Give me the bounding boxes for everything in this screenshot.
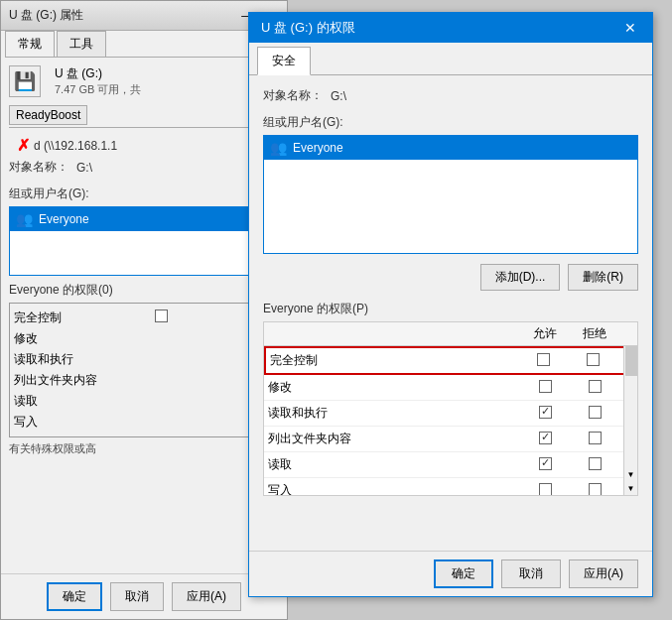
scroll-down2-icon[interactable]: ▼ bbox=[624, 481, 637, 495]
user-action-buttons: 添加(D)... 删除(R) bbox=[263, 264, 638, 291]
perms-section-label: Everyone 的权限(P) bbox=[263, 301, 638, 317]
bg-perm-name-3: 列出文件夹内容 bbox=[14, 372, 97, 389]
perm-deny-check-1[interactable] bbox=[589, 380, 602, 393]
perm-row-listfolder: 列出文件夹内容 bbox=[264, 427, 637, 452]
perm-row-readexecute: 读取和执行 bbox=[264, 401, 637, 427]
bg-everyone-item[interactable]: 👥 Everyone bbox=[10, 207, 278, 231]
perm-deny-check-4[interactable] bbox=[589, 457, 602, 470]
add-button[interactable]: 添加(D)... bbox=[480, 264, 561, 291]
perms-header: 允许 拒绝 bbox=[264, 322, 637, 346]
perms-col-name bbox=[268, 325, 520, 342]
remove-button[interactable]: 删除(R) bbox=[568, 264, 638, 291]
perm-name-0: 完全控制 bbox=[270, 352, 518, 369]
perms-scrollbar[interactable]: ▼ ▼ bbox=[623, 346, 637, 495]
dialog-everyone-label: Everyone bbox=[293, 141, 343, 155]
dialog-title: U 盘 (G:) 的权限 bbox=[261, 19, 620, 37]
bg-perm-row-1: 修改 bbox=[14, 328, 274, 349]
disk-name: U 盘 (G:) bbox=[55, 65, 141, 82]
bg-window-title: U 盘 (G:) 属性 bbox=[9, 7, 241, 24]
perm-allow-check-0[interactable] bbox=[537, 353, 550, 366]
bg-perm-check-0[interactable] bbox=[155, 310, 168, 322]
bg-apply-button[interactable]: 应用(A) bbox=[172, 582, 241, 611]
perm-allow-check-3[interactable] bbox=[539, 432, 552, 444]
perm-row-modify: 修改 bbox=[264, 375, 637, 401]
dialog-bottom-buttons: 确定 取消 应用(A) bbox=[249, 551, 652, 596]
perm-allow-check-2[interactable] bbox=[539, 406, 552, 419]
perm-deny-check-2[interactable] bbox=[589, 406, 602, 419]
object-value: G:\ bbox=[76, 161, 92, 175]
dialog-titlebar: U 盘 (G:) 的权限 ✕ bbox=[249, 13, 652, 43]
perms-col-deny: 拒绝 bbox=[570, 325, 619, 342]
perm-deny-check-3[interactable] bbox=[589, 432, 602, 444]
perm-name-5: 写入 bbox=[268, 482, 520, 495]
dialog-everyone-icon: 👥 bbox=[270, 140, 287, 156]
perm-name-1: 修改 bbox=[268, 379, 520, 396]
scroll-down-icon[interactable]: ▼ bbox=[624, 467, 637, 481]
bg-perm-row-0: 完全控制 bbox=[14, 308, 274, 328]
perm-row-read: 读取 bbox=[264, 452, 637, 478]
dialog-object-field: 对象名称： G:\ bbox=[263, 87, 638, 104]
disk-icon: 💾 bbox=[9, 65, 41, 97]
bg-tabs: 常规 工具 bbox=[5, 31, 283, 58]
bg-perm-name-4: 读取 bbox=[14, 393, 38, 410]
dialog-object-value: G:\ bbox=[331, 89, 346, 103]
perm-name-2: 读取和执行 bbox=[268, 405, 520, 422]
bg-perm-row-4: 读取 bbox=[14, 391, 274, 412]
perm-allow-check-4[interactable] bbox=[539, 457, 552, 470]
object-field: 对象名称： G:\ bbox=[9, 159, 279, 176]
network-error-icon: ✗ bbox=[17, 136, 30, 155]
dialog-ok-button[interactable]: 确定 bbox=[434, 559, 493, 588]
perms-scrollbar-thumb[interactable] bbox=[625, 346, 637, 376]
network-label: d (\\192.168.1.1 bbox=[34, 139, 117, 153]
perms-col-allow: 允许 bbox=[520, 325, 570, 342]
bg-permissions-box: 完全控制 修改 读取和执行 列出文件夹内容 读取 写入 bbox=[9, 303, 279, 437]
perm-deny-0[interactable] bbox=[568, 353, 617, 369]
perm-row-write: 写入 bbox=[264, 478, 637, 495]
network-item: ✗ d (\\192.168.1.1 bbox=[9, 132, 279, 159]
perm-row-fullcontrol: 完全控制 bbox=[264, 346, 637, 375]
everyone-label: Everyone bbox=[39, 212, 89, 226]
dialog-cancel-button[interactable]: 取消 bbox=[501, 559, 561, 588]
bg-perm-row-2: 读取和执行 bbox=[14, 349, 274, 370]
bg-perm-name-2: 读取和执行 bbox=[14, 351, 73, 368]
disk-space: 7.47 GB 可用，共 bbox=[55, 82, 141, 97]
main-permissions-dialog: U 盘 (G:) 的权限 ✕ 安全 对象名称： G:\ 组或用户名(G): 👥 … bbox=[248, 12, 653, 597]
bg-perm-name-1: 修改 bbox=[14, 330, 38, 347]
bg-perm-name-5: 写入 bbox=[14, 414, 38, 431]
perm-deny-check-0[interactable] bbox=[587, 353, 600, 366]
dialog-everyone-item[interactable]: 👥 Everyone bbox=[264, 136, 637, 160]
group-label: 组或用户名(G): bbox=[9, 186, 279, 202]
perm-allow-check-1[interactable] bbox=[539, 380, 552, 393]
bg-ok-button[interactable]: 确定 bbox=[47, 582, 102, 611]
dialog-content: 对象名称： G:\ 组或用户名(G): 👥 Everyone 添加(D)... … bbox=[249, 75, 652, 508]
dialog-group-label: 组或用户名(G): bbox=[263, 114, 638, 131]
bg-properties-window: U 盘 (G:) 属性 ─ □ ✕ 常规 工具 💾 U 盘 (G:) 7.47 … bbox=[0, 0, 288, 620]
bg-note: 有关特殊权限或高 bbox=[9, 441, 279, 456]
perm-name-4: 读取 bbox=[268, 456, 520, 473]
dialog-tabs: 安全 bbox=[249, 47, 652, 75]
perm-deny-check-5[interactable] bbox=[589, 483, 602, 496]
bg-titlebar: U 盘 (G:) 属性 ─ □ ✕ bbox=[1, 1, 287, 31]
perms-label-text: Everyone 的权限(P) bbox=[263, 302, 368, 315]
dialog-user-list[interactable]: 👥 Everyone bbox=[263, 135, 638, 254]
dialog-object-label: 对象名称： bbox=[263, 87, 323, 104]
bg-content: 💾 U 盘 (G:) 7.47 GB 可用，共 ReadyBoost ✗ d (… bbox=[1, 58, 287, 468]
everyone-icon: 👥 bbox=[16, 211, 33, 227]
bg-perms-label: Everyone 的权限(0) bbox=[9, 282, 279, 299]
bg-perm-name-0: 完全控制 bbox=[14, 310, 62, 326]
bg-cancel-button[interactable]: 取消 bbox=[110, 582, 164, 611]
bg-bottom-buttons: 确定 取消 应用(A) bbox=[1, 573, 287, 619]
tab-general[interactable]: 常规 bbox=[5, 31, 55, 57]
tab-tools[interactable]: 工具 bbox=[57, 31, 106, 57]
tab-readyboost[interactable]: ReadyBoost bbox=[9, 105, 87, 125]
perm-allow-check-5[interactable] bbox=[539, 483, 552, 496]
object-label: 对象名称： bbox=[9, 159, 68, 176]
dialog-close-icon[interactable]: ✕ bbox=[620, 18, 640, 38]
perm-name-3: 列出文件夹内容 bbox=[268, 431, 520, 447]
bg-group-list[interactable]: 👥 Everyone bbox=[9, 206, 279, 276]
dialog-apply-button[interactable]: 应用(A) bbox=[569, 559, 638, 588]
bg-perm-row-3: 列出文件夹内容 bbox=[14, 370, 274, 391]
dialog-tab-security[interactable]: 安全 bbox=[257, 47, 311, 75]
bg-perm-row-5: 写入 bbox=[14, 412, 274, 433]
perm-allow-0[interactable] bbox=[518, 353, 568, 369]
